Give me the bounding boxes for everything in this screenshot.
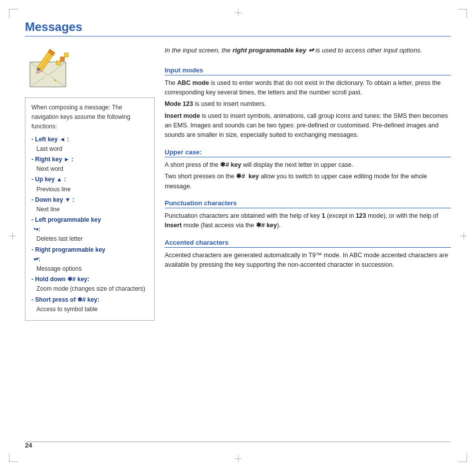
crosshair-top bbox=[235, 9, 241, 16]
intro-suffix: is used to access other input options. bbox=[314, 46, 423, 54]
left-column: ★ ✦ When composing a message: The naviga… bbox=[25, 45, 155, 321]
svg-rect-12 bbox=[60, 57, 64, 61]
intro-prefix: In the input screen, the bbox=[165, 46, 233, 54]
accented-p1: Accented characters are generated automa… bbox=[165, 251, 451, 270]
short-press-key-label: - Short press of ✱# key: bbox=[31, 296, 99, 303]
navigation-box: When composing a message: The navigation… bbox=[25, 97, 155, 321]
section-title-upper-case: Upper case: bbox=[165, 148, 451, 157]
nav-item-short-press-key: - Short press of ✱# key: Access to symbo… bbox=[31, 295, 148, 314]
section-body-input-modes: The ABC mode is used to enter words that… bbox=[165, 78, 451, 140]
nav-item-right-prog-key: - Right programmable key ↫: Message opti… bbox=[31, 245, 148, 274]
section-title-input-modes: Input modes bbox=[165, 66, 451, 75]
right-prog-key-symbol: ↫: bbox=[33, 256, 40, 263]
crosshair-bottom bbox=[235, 455, 241, 462]
svg-text:✦: ✦ bbox=[53, 78, 57, 83]
corner-mark-tr bbox=[458, 9, 467, 18]
crosshair-left bbox=[9, 232, 16, 239]
section-title-punctuation: Punctuation characters bbox=[165, 199, 451, 208]
phone-illustration: ★ ✦ bbox=[25, 45, 85, 90]
nav-item-left-key: - Left key ◄ : Last word bbox=[31, 135, 148, 154]
svg-rect-13 bbox=[64, 53, 68, 57]
section-body-upper-case: A short press of the ✱# key will display… bbox=[165, 160, 451, 191]
section-accented: Accented characters Accented characters … bbox=[165, 239, 451, 270]
section-title-accented: Accented characters bbox=[165, 239, 451, 248]
corner-mark-tl bbox=[9, 9, 18, 18]
down-key-desc: Next line bbox=[36, 205, 148, 214]
nav-box-intro: When composing a message: The navigation… bbox=[31, 103, 148, 132]
up-key-label: - Up key ▲ : bbox=[31, 176, 66, 183]
page-title: Messages bbox=[25, 20, 451, 36]
right-prog-key-desc: Message options bbox=[36, 264, 148, 274]
section-input-modes: Input modes The ABC mode is used to ente… bbox=[165, 66, 451, 140]
intro-text: In the input screen, the right programma… bbox=[165, 45, 451, 55]
main-layout: ★ ✦ When composing a message: The naviga… bbox=[25, 45, 451, 321]
left-prog-key-label: - Left programmable key bbox=[31, 216, 101, 223]
hold-key-label: - Hold down ✱# key: bbox=[31, 276, 89, 283]
left-prog-key-symbol: ↪: bbox=[33, 226, 40, 233]
right-column: In the input screen, the right programma… bbox=[165, 45, 451, 321]
input-modes-p3: Insert mode is used to insert symbols, a… bbox=[165, 111, 451, 140]
input-modes-p1: The ABC mode is used to enter words that… bbox=[165, 78, 451, 98]
upper-case-p2: Two short presses on the ✱# key allow yo… bbox=[165, 172, 451, 191]
svg-rect-11 bbox=[56, 61, 60, 65]
left-key-desc: Last word bbox=[36, 144, 148, 154]
nav-item-down-key: - Down key ▼ : Next line bbox=[31, 195, 148, 214]
right-key-desc: Next word bbox=[36, 164, 148, 174]
left-key-label: - Left key ◄ : bbox=[31, 136, 69, 143]
short-press-key-desc: Access to symbol table bbox=[36, 305, 148, 314]
svg-text:★: ★ bbox=[36, 66, 41, 72]
upper-case-p1: A short press of the ✱# key will display… bbox=[165, 160, 451, 170]
corner-mark-br bbox=[458, 453, 467, 462]
page-number: 24 bbox=[25, 442, 32, 449]
nav-item-left-prog-key: - Left programmable key ↪: Deletes last … bbox=[31, 215, 148, 244]
section-upper-case: Upper case: A short press of the ✱# key … bbox=[165, 148, 451, 191]
nav-item-right-key: - Right key ► : Next word bbox=[31, 155, 148, 174]
input-modes-p2: Mode 123 is used to insert numbers. bbox=[165, 99, 451, 109]
page-divider bbox=[25, 442, 451, 442]
section-body-punctuation: Punctuation characters are obtained with… bbox=[165, 211, 451, 231]
down-key-label: - Down key ▼ : bbox=[31, 196, 74, 203]
section-punctuation: Punctuation characters Punctuation chara… bbox=[165, 199, 451, 231]
nav-item-up-key: - Up key ▲ : Previous line bbox=[31, 175, 148, 194]
hold-key-desc: Zoom mode (changes size of characters) bbox=[36, 284, 148, 294]
corner-mark-bl bbox=[9, 453, 18, 462]
section-body-accented: Accented characters are generated automa… bbox=[165, 251, 451, 270]
punctuation-p1: Punctuation characters are obtained with… bbox=[165, 211, 451, 231]
up-key-desc: Previous line bbox=[36, 185, 148, 194]
crosshair-right bbox=[460, 232, 467, 239]
right-key-label: - Right key ► : bbox=[31, 156, 73, 163]
right-prog-key-label: - Right programmable key bbox=[31, 246, 105, 253]
intro-bold-key: right programmable key ↫ bbox=[233, 46, 314, 54]
left-prog-key-desc: Deletes last letter bbox=[36, 234, 148, 244]
nav-item-hold-key: - Hold down ✱# key: Zoom mode (changes s… bbox=[31, 275, 148, 294]
